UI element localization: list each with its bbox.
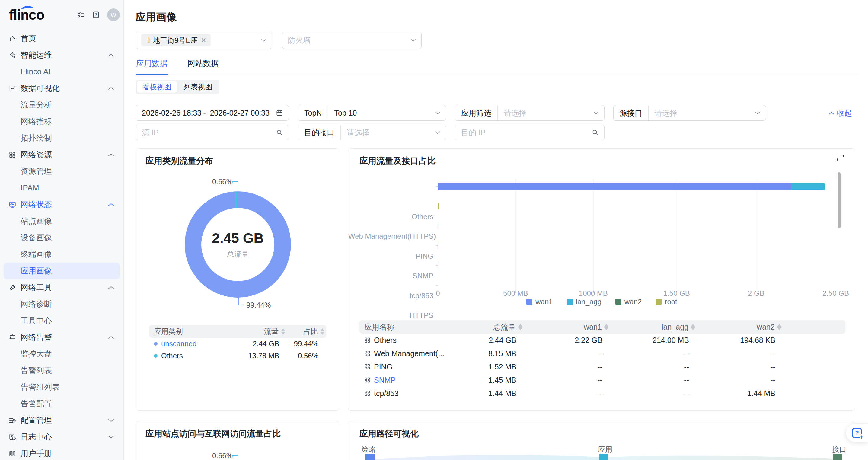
date-end: 2026-02-27 00:33 — [206, 109, 272, 117]
ai-sparkle-icon — [8, 51, 16, 59]
sankey-node-interface[interactable] — [833, 454, 842, 460]
bar-segment-lan_agg[interactable] — [791, 183, 824, 190]
help-clipboard-icon[interactable]: ? — [92, 11, 100, 19]
category-tick — [435, 226, 438, 226]
series-dot — [154, 354, 158, 358]
dest-ip-field — [455, 125, 604, 140]
site-vs-internet-card: 应用站点访问与互联网访问流量占比 0.56% — [135, 421, 339, 460]
table-row: PING 1.52 MB -- -- -- — [360, 360, 845, 373]
sidebar-item-alert-list[interactable]: 告警列表 — [0, 362, 123, 379]
sidebar-item-config-mgmt[interactable]: 配置管理 — [0, 412, 123, 429]
source-ip-field — [135, 125, 289, 140]
dest-interface-select[interactable]: 目的接口 请选择 — [298, 125, 446, 140]
sort-icon[interactable] — [320, 328, 324, 335]
collapse-filters-link[interactable]: 收起 — [829, 108, 852, 118]
sort-icon[interactable] — [518, 324, 522, 330]
topn-value: Top 10 — [328, 109, 363, 117]
app-link[interactable]: SNMP — [374, 376, 396, 385]
app-filter-select[interactable]: 应用筛选 请选择 — [455, 105, 604, 121]
sidebar-item-app-portrait[interactable]: 应用画像 — [4, 263, 120, 279]
category-tick — [435, 186, 438, 187]
interface-traffic-card: 应用流量及接口占比 OthersWeb Management(HTTPS)PIN… — [348, 148, 855, 411]
sidebar-item-terminal-portrait[interactable]: 终端画像 — [0, 246, 123, 263]
sidebar-item-user-manual[interactable]: 用户手册 — [0, 445, 123, 460]
legend-swatch — [526, 299, 532, 305]
source-interface-select[interactable]: 源接口 请选择 — [613, 105, 766, 121]
gridline — [756, 179, 756, 291]
sidebar-item-home[interactable]: 首页 — [0, 30, 123, 47]
legend-item-wan2[interactable]: wan2 — [615, 298, 642, 306]
sidebar-item-aiops[interactable]: 智能运维 — [0, 47, 123, 63]
donut-callout-big: 99.44% — [246, 301, 271, 309]
bar-segment-wan1[interactable] — [438, 183, 791, 190]
table-row: SNMP 1.45 MB -- -- -- — [360, 373, 845, 387]
user-avatar[interactable]: w — [107, 8, 120, 21]
sort-icon[interactable] — [691, 324, 695, 330]
page-title: 应用画像 — [135, 10, 177, 24]
site-select[interactable]: 上地三街9号E座 ✕ — [135, 32, 272, 49]
expand-icon[interactable] — [836, 154, 844, 162]
bar-segment-wan2[interactable] — [438, 262, 438, 269]
chart-scrollbar[interactable] — [838, 172, 840, 228]
sidebar-item-network-resources[interactable]: 网络资源 — [0, 146, 123, 163]
tab-app-data[interactable]: 应用数据 — [135, 55, 168, 74]
sankey-node-policy[interactable] — [366, 454, 375, 460]
app-grid-icon — [364, 337, 370, 343]
table-row: Web Management(... 8.15 MB -- -- -- — [360, 347, 845, 360]
interface-bar-plot[interactable] — [438, 179, 836, 291]
legend-item-lan_agg[interactable]: lan_agg — [567, 298, 601, 306]
sidebar-item-network-status[interactable]: 网络状态 — [0, 196, 123, 213]
tag-close-icon[interactable]: ✕ — [201, 36, 206, 44]
sidebar-item-monitor-dashboard[interactable]: 监控大盘 — [0, 346, 123, 362]
donut-center: 2.45 GB 总流量 — [185, 191, 291, 298]
sidebar-item-traffic-analysis[interactable]: 流量分析 — [0, 97, 123, 113]
category-traffic-card: 应用类别流量分布 2.45 GB 总流量 0.56% 99.44% 应用类别 流… — [135, 148, 339, 411]
sidebar-item-data-viz[interactable]: 数据可视化 — [0, 80, 123, 97]
bar-segment-wan1[interactable] — [438, 242, 438, 249]
sidebar-item-network-alerts[interactable]: 网络告警 — [0, 329, 123, 346]
sankey-diagram[interactable] — [361, 454, 842, 460]
list-gear-icon — [8, 417, 16, 424]
dest-ip-input[interactable] — [455, 128, 592, 137]
search-icon — [592, 129, 599, 136]
date-range-picker[interactable]: 2026-02-26 18:33 - 2026-02-27 00:33 — [135, 105, 289, 121]
date-start: 2026-02-26 18:33 — [136, 109, 203, 117]
bar-segment-root[interactable] — [438, 203, 439, 210]
sidebar-item-alert-config[interactable]: 告警配置 — [0, 395, 123, 412]
sidebar-item-site-portrait[interactable]: 站点画像 — [0, 213, 123, 229]
sidebar-item-tool-center[interactable]: 工具中心 — [0, 312, 123, 329]
sidebar-item-network-diagnosis[interactable]: 网络诊断 — [0, 296, 123, 312]
category-tick — [435, 206, 438, 207]
sort-icon[interactable] — [777, 324, 781, 330]
site-tag: 上地三街9号E座 ✕ — [141, 34, 211, 47]
sidebar-item-network-tools[interactable]: 网络工具 — [0, 279, 123, 296]
task-list-icon[interactable] — [77, 11, 85, 19]
table-row: tcp/853 1.44 MB -- -- 1.44 MB — [360, 387, 845, 400]
sankey-node-app[interactable] — [599, 454, 609, 460]
sort-icon[interactable] — [604, 324, 609, 330]
app-grid-icon — [364, 390, 370, 396]
sidebar-item-ipam[interactable]: IPAM — [0, 180, 123, 196]
sidebar-item-resource-mgmt[interactable]: 资源管理 — [0, 163, 123, 180]
path-level-policy: 策略 — [361, 444, 376, 454]
sort-icon[interactable] — [281, 328, 285, 335]
category-link[interactable]: unscanned — [161, 340, 196, 348]
sidebar-item-topology[interactable]: 拓扑绘制 — [0, 130, 123, 146]
sidebar-item-alert-group-list[interactable]: 告警组列表 — [0, 379, 123, 395]
tab-web-data[interactable]: 网站数据 — [187, 55, 219, 74]
topn-select[interactable]: TopN Top 10 — [298, 105, 446, 121]
sidebar-item-flinco-ai[interactable]: Flinco AI — [0, 63, 123, 80]
device-select[interactable]: 防火墙 — [282, 32, 422, 49]
source-ip-input[interactable] — [136, 128, 276, 137]
sidebar-item-device-portrait[interactable]: 设备画像 — [0, 229, 123, 246]
sidebar-item-log-center[interactable]: 日志中心 — [0, 429, 123, 445]
help-feedback-button[interactable]: ?+ — [846, 424, 868, 442]
board-view-button[interactable]: 看板视图 — [137, 81, 177, 93]
bar-category-label: SNMP — [348, 271, 433, 280]
list-view-button[interactable]: 列表视图 — [178, 81, 218, 93]
chevron-up-icon — [108, 285, 114, 290]
legend-item-wan1[interactable]: wan1 — [526, 298, 553, 306]
legend-item-root[interactable]: root — [655, 298, 677, 306]
sidebar-item-network-metrics[interactable]: 网络指标 — [0, 113, 123, 130]
bar-segment-wan1[interactable] — [438, 223, 438, 229]
